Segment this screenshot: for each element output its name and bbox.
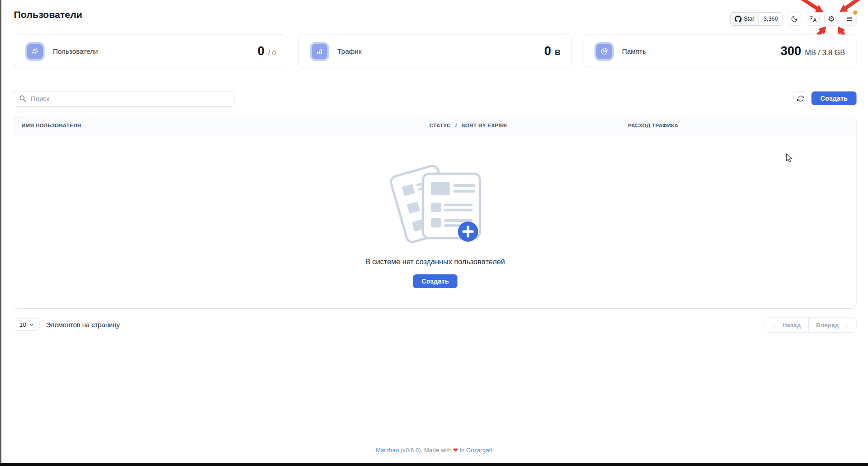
table-empty-state: В системе нет созданных пользователей Со…: [14, 135, 856, 288]
users-count: 0 / 0: [257, 44, 276, 58]
github-star-count[interactable]: 3,360: [759, 13, 782, 25]
next-page-button[interactable]: Вперед →: [808, 318, 856, 332]
sort-by-status[interactable]: СТАТУС: [429, 123, 451, 128]
table-actions: Создать: [794, 91, 857, 105]
traffic-stat-card: Трафик 0 B: [298, 34, 572, 68]
translate-icon: [809, 15, 817, 23]
traffic-value: 0 B: [544, 44, 560, 58]
footer-in: in: [460, 447, 464, 454]
card-label: Трафик: [337, 47, 361, 55]
gear-icon: ⚙: [828, 15, 834, 23]
arrow-right-icon: →: [843, 322, 849, 329]
github-star-button[interactable]: Star: [731, 13, 759, 25]
github-icon: [735, 16, 742, 23]
bar-chart-icon: [312, 44, 327, 59]
marzban-users-page: Пользователи Star 3,360: [0, 0, 868, 466]
notification-dot: [853, 11, 857, 15]
gozargah-link[interactable]: Gozargah: [466, 447, 492, 454]
github-star-widget[interactable]: Star 3,360: [730, 12, 783, 26]
page-size-label: Элементов на страницу: [46, 321, 120, 329]
pagination-nav: ← Назад Вперед →: [765, 317, 857, 333]
page-size-select[interactable]: 10: [14, 318, 40, 331]
heart-icon: ❤: [453, 447, 458, 454]
moon-icon: [791, 15, 798, 23]
search-icon: [19, 95, 27, 104]
github-star-label: Star: [744, 16, 754, 22]
marzban-link[interactable]: Marzban: [376, 447, 399, 454]
page-size-value: 10: [19, 321, 26, 328]
header-toolbar: Star 3,360 ⚙: [730, 12, 857, 26]
column-header-username[interactable]: ИМЯ ПОЛЬЗОВАТЕЛЯ: [22, 116, 81, 135]
prev-page-button[interactable]: ← Назад: [765, 318, 808, 332]
arrow-left-icon: ←: [772, 322, 779, 329]
sort-by-expire[interactable]: SORT BY EXPIRE: [462, 123, 508, 128]
card-label: Память: [622, 47, 646, 55]
empty-documents-illustration: [388, 161, 482, 246]
refresh-icon: [797, 95, 804, 102]
column-header-traffic[interactable]: РАСХОД ТРАФИКА: [628, 116, 678, 135]
window-left-edge: [0, 0, 1, 466]
search-box: [14, 91, 234, 107]
users-icon: [27, 44, 43, 59]
table-header-row: ИМЯ ПОЛЬЗОВАТЕЛЯ СТАТУС / SORT BY EXPIRE…: [14, 116, 856, 135]
card-label: Пользователи: [53, 47, 98, 55]
hamburger-icon: [846, 15, 853, 23]
mouse-cursor: [786, 153, 793, 163]
language-button[interactable]: [806, 12, 820, 26]
users-stat-card: Пользователи 0 / 0: [14, 34, 287, 68]
settings-button[interactable]: ⚙: [824, 12, 838, 26]
page-title: Пользователи: [14, 9, 82, 20]
users-table: ИМЯ ПОЛЬЗОВАТЕЛЯ СТАТУС / SORT BY EXPIRE…: [14, 116, 857, 309]
search-input[interactable]: [14, 91, 234, 107]
empty-state-message: В системе нет созданных пользователей: [365, 258, 505, 266]
empty-create-button[interactable]: Создать: [413, 274, 458, 288]
refresh-button[interactable]: [794, 91, 807, 105]
column-header-status-expire: СТАТУС / SORT BY EXPIRE: [429, 116, 508, 135]
memory-value: 300 MB / 3.8 GB: [781, 44, 845, 58]
menu-button[interactable]: [843, 12, 857, 26]
window-bottom-edge: [0, 463, 868, 466]
footer-text: (v0.6.0), Made with: [400, 447, 451, 454]
theme-toggle-button[interactable]: [788, 12, 801, 26]
pie-chart-icon: [596, 44, 612, 59]
stat-cards: Пользователи 0 / 0 Трафик 0: [14, 34, 857, 68]
chevron-down-icon: [29, 322, 34, 327]
create-user-button[interactable]: Создать: [811, 91, 857, 105]
memory-stat-card: Память 300 MB / 3.8 GB: [583, 34, 857, 68]
header-separator: /: [455, 123, 457, 128]
footer: Marzban (v0.6.0), Made with ❤ in Gozarga…: [0, 447, 868, 454]
